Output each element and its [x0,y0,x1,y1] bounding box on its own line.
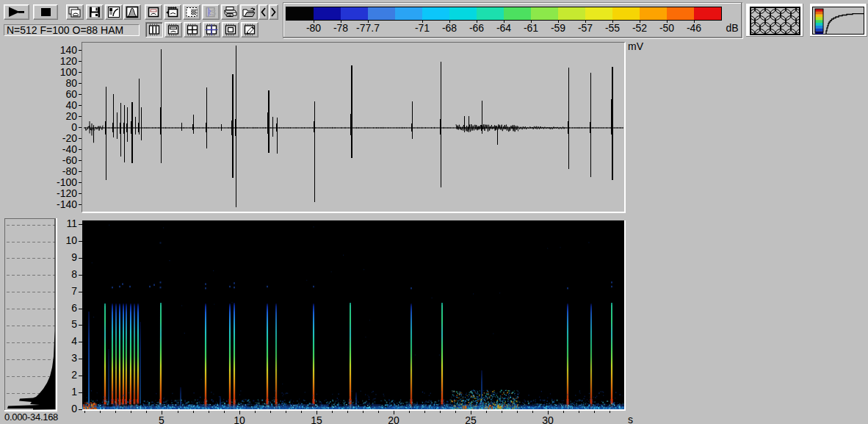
svg-text:S: S [211,8,216,17]
